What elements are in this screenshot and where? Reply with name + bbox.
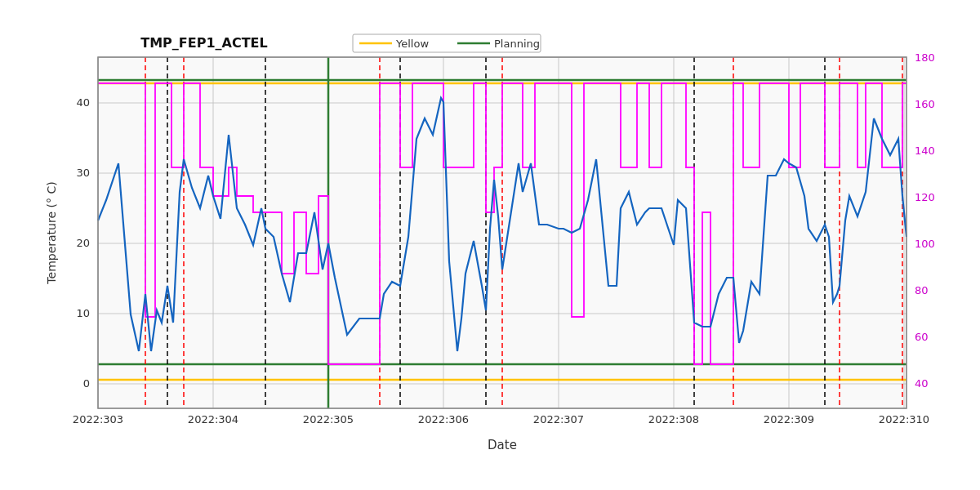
ytick-left-1: 10 [76, 307, 90, 319]
chart-wrap: 2022:303 2022:304 2022:305 2022:306 2022… [41, 33, 939, 457]
ytick-left-0: 0 [83, 377, 90, 390]
xtick-5: 2022:308 [648, 413, 699, 425]
ytick-left-2: 20 [76, 237, 90, 249]
xaxis-label: Date [488, 438, 517, 452]
yaxis-left-label: Temperature (° C) [45, 181, 58, 284]
xtick-0: 2022:303 [73, 413, 123, 425]
xtick-3: 2022:306 [418, 413, 469, 425]
ytick-right-3: 100 [915, 238, 935, 250]
ytick-right-2: 80 [915, 284, 929, 296]
xtick-6: 2022:309 [764, 413, 814, 425]
xtick-4: 2022:307 [533, 413, 584, 425]
xtick-7: 2022:310 [879, 413, 929, 425]
svg-text:Yellow: Yellow [395, 38, 429, 50]
ytick-right-1: 60 [915, 331, 929, 343]
svg-text:Planning: Planning [494, 38, 540, 50]
ytick-right-6: 160 [915, 98, 935, 110]
ytick-right-4: 120 [915, 191, 935, 203]
ytick-left-4: 40 [76, 96, 90, 109]
xtick-2: 2022:305 [303, 413, 354, 425]
ytick-left-3: 30 [76, 167, 90, 179]
chart-container: 2022:303 2022:304 2022:305 2022:306 2022… [0, 0, 980, 490]
ytick-right-7: 180 [915, 51, 935, 64]
xtick-1: 2022:304 [188, 413, 238, 425]
chart-title: TMP_FEP1_ACTEL [140, 35, 267, 51]
ytick-right-0: 40 [915, 377, 929, 390]
ytick-right-5: 140 [915, 145, 935, 157]
